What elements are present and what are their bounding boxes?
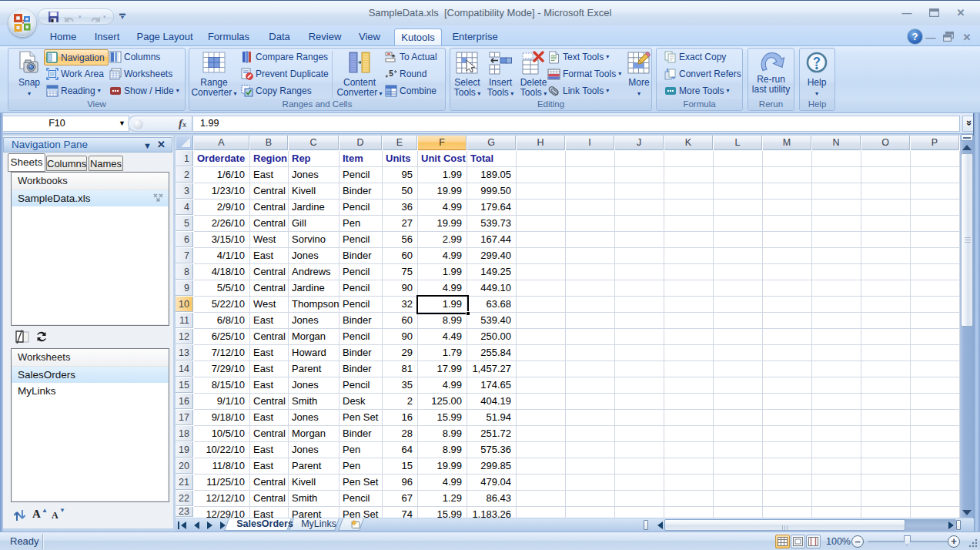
svg-text:5: 5 (389, 69, 393, 78)
svg-text:?: ? (813, 55, 821, 69)
